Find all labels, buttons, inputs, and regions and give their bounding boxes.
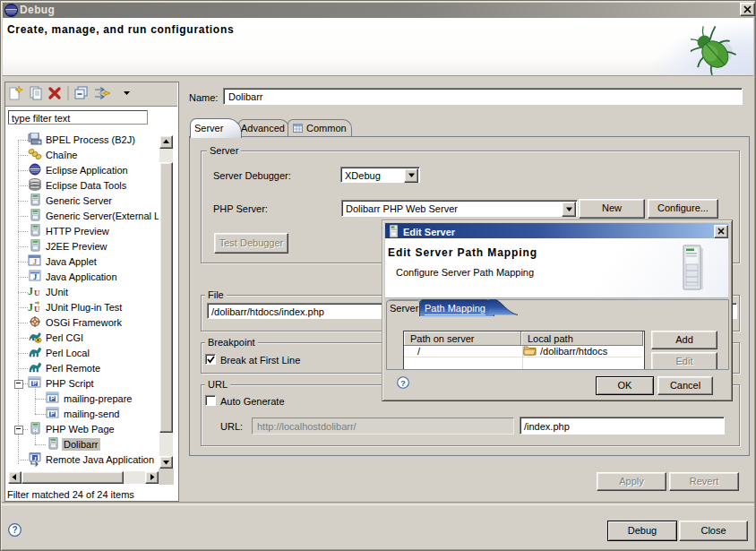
svg-text:U: U: [34, 288, 40, 297]
svg-text:?: ?: [400, 378, 406, 388]
svg-text:?: ?: [12, 525, 17, 535]
svg-text:U: U: [34, 305, 40, 314]
svg-text:P: P: [50, 410, 55, 417]
svg-text:J: J: [33, 455, 37, 462]
svg-text:J: J: [28, 301, 33, 313]
svg-text:J: J: [33, 257, 38, 266]
svg-text:P: P: [50, 395, 55, 401]
svg-text:J: J: [28, 285, 33, 297]
